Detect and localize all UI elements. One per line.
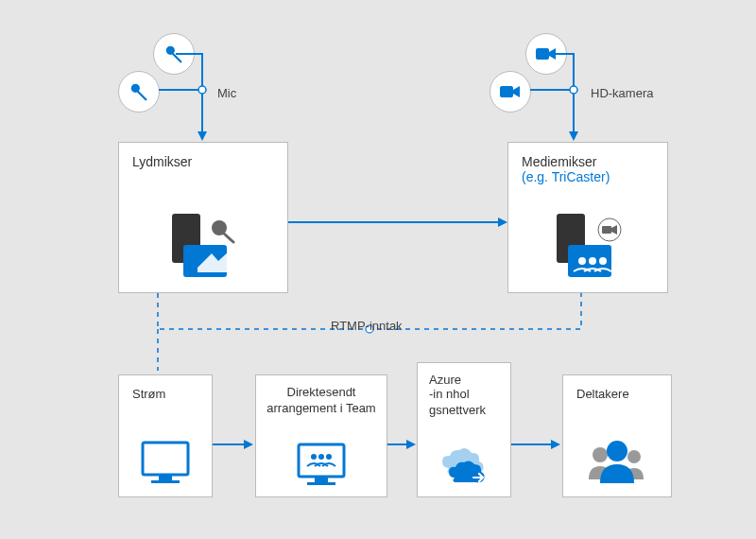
live-event-title: Direktesendt arrangement i Team <box>262 385 381 417</box>
attendees-icon <box>576 401 658 485</box>
svg-point-16 <box>599 257 607 265</box>
svg-marker-37 <box>406 440 416 449</box>
audio-mixer-icon <box>132 169 274 281</box>
live-event-icon <box>262 417 381 487</box>
media-mixer-node: Mediemikser (e.g. TriCaster) <box>507 142 668 293</box>
svg-marker-20 <box>498 217 507 227</box>
stream-title: Strøm <box>132 387 198 401</box>
arrow-azure-to-attendees <box>511 440 563 449</box>
svg-point-32 <box>627 450 641 463</box>
svg-rect-25 <box>299 444 344 477</box>
azure-node: Azure -in nhol gsnettverk <box>417 362 511 497</box>
svg-point-31 <box>593 447 608 462</box>
mic-label: Mic <box>217 86 236 100</box>
arrow-live-to-azure <box>387 440 418 449</box>
svg-point-4 <box>198 86 206 94</box>
audio-mixer-node: Lydmikser <box>118 142 288 293</box>
svg-marker-39 <box>551 440 560 449</box>
svg-point-15 <box>589 257 596 265</box>
arrow-mic-to-mixer <box>138 54 214 144</box>
svg-point-33 <box>607 441 627 461</box>
media-mixer-icon <box>522 184 654 281</box>
live-event-node: Direktesendt arrangement i Team <box>255 374 387 497</box>
svg-marker-7 <box>569 131 578 141</box>
arrow-camera-to-mixer <box>509 54 585 144</box>
svg-point-28 <box>326 454 332 460</box>
arrow-audio-to-media <box>288 217 510 227</box>
audio-mixer-title: Lydmikser <box>132 154 274 169</box>
svg-rect-22 <box>143 443 188 475</box>
svg-rect-18 <box>602 226 611 234</box>
arrow-stream-to-live <box>213 440 255 449</box>
svg-rect-30 <box>307 482 335 485</box>
svg-marker-35 <box>244 440 253 449</box>
svg-point-26 <box>311 454 317 460</box>
rtmp-label: RTMP-inntak <box>331 319 403 333</box>
media-mixer-title: Mediemikser <box>522 154 654 169</box>
svg-point-14 <box>578 257 586 265</box>
svg-rect-24 <box>151 480 180 483</box>
attendees-node: Deltakere <box>562 374 672 497</box>
dashed-rtmp-line <box>158 293 583 378</box>
stream-icon <box>132 401 198 485</box>
azure-title: Azure <box>429 373 499 387</box>
hd-camera-label: HD-kamera <box>591 86 653 100</box>
svg-marker-5 <box>198 131 207 141</box>
attendees-title: Deltakere <box>576 387 658 401</box>
svg-point-27 <box>318 454 324 460</box>
svg-rect-23 <box>159 475 172 480</box>
azure-icon <box>429 419 499 487</box>
svg-point-6 <box>570 86 577 94</box>
media-mixer-subtitle: (e.g. TriCaster) <box>522 169 654 184</box>
azure-subtitle: -in nhol gsnettverk <box>429 387 499 419</box>
svg-rect-29 <box>315 477 328 482</box>
stream-node: Strøm <box>118 374 213 497</box>
